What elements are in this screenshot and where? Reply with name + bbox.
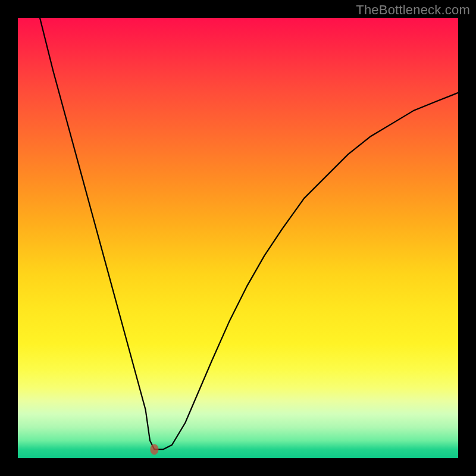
bottleneck-curve (40, 18, 458, 449)
plot-area (18, 18, 458, 458)
chart-frame: TheBottleneck.com (0, 0, 476, 476)
curve-svg (18, 18, 458, 458)
watermark-text: TheBottleneck.com (356, 2, 470, 18)
minimum-marker (150, 444, 158, 455)
plot-inner (18, 18, 458, 458)
